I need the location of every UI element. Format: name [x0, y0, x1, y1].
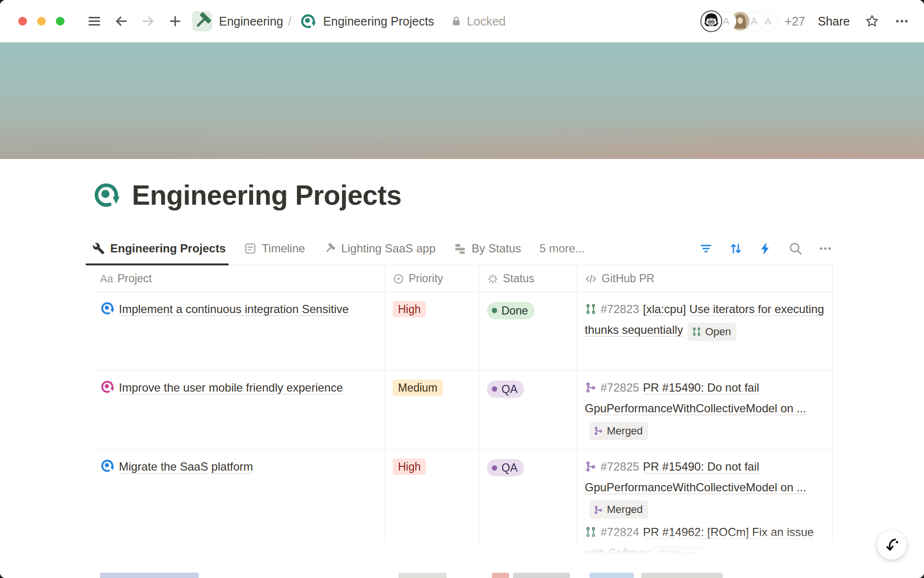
column-header-project[interactable]: Aa Project — [92, 265, 385, 292]
menu-icon[interactable] — [87, 14, 102, 28]
tab-5-more-[interactable]: 5 more... — [539, 232, 585, 265]
priority-badge[interactable]: High — [393, 301, 426, 317]
column-header-priority[interactable]: Priority — [385, 265, 479, 292]
pr-entry: #72825PR #15490: Do not fail GpuPerforma… — [585, 456, 825, 519]
cycle-icon — [100, 380, 115, 394]
project-link[interactable]: Migrate the SaaS platform — [119, 460, 253, 473]
share-button[interactable]: Share — [818, 14, 850, 28]
breadcrumb-page-cycle-icon — [300, 13, 316, 29]
project-link[interactable]: Improve the user mobile friendly experie… — [119, 381, 343, 394]
lock-icon — [450, 15, 462, 27]
status-dot-icon — [492, 465, 497, 471]
page-title[interactable]: Engineering Projects — [132, 179, 401, 211]
page-cycle-icon[interactable] — [92, 181, 120, 209]
timeline-icon — [244, 242, 257, 255]
lightning-icon[interactable] — [758, 241, 773, 256]
board-icon — [454, 242, 466, 255]
more-options-icon[interactable] — [894, 13, 910, 29]
table-row: Implement a continuous integration Sensi… — [92, 292, 833, 371]
next-row-fragment — [492, 573, 509, 578]
pr-number: #72825 — [601, 381, 639, 394]
tab-by-status[interactable]: By Status — [454, 232, 521, 265]
workspace-hammer-icon[interactable] — [192, 11, 212, 31]
status-cell[interactable]: QA — [479, 371, 577, 449]
next-row-fragment — [100, 573, 199, 578]
priority-cell[interactable]: High — [385, 292, 479, 370]
pr-number: #72823 — [601, 302, 639, 315]
pr-merged-icon — [593, 505, 603, 515]
tab-label: Lighting SaaS app — [341, 242, 436, 255]
next-row-fragment — [641, 573, 723, 578]
pr-state-badge[interactable]: Open — [688, 323, 736, 341]
sort-icon[interactable] — [729, 241, 743, 256]
pr-entry: #72825PR #15490: Do not fail GpuPerforma… — [585, 377, 825, 440]
status-dot-icon — [492, 386, 497, 392]
tab-label: 5 more... — [539, 242, 585, 255]
status-badge[interactable]: Done — [487, 302, 535, 319]
wrench-icon — [92, 242, 105, 255]
project-cell[interactable]: Implement a continuous integration Sensi… — [92, 292, 385, 370]
tab-lighting-saas-app[interactable]: Lighting SaaS app — [323, 232, 436, 265]
view-tabs: Engineering ProjectsTimelineLighting Saa… — [92, 232, 833, 265]
priority-cell[interactable]: Medium — [385, 371, 479, 449]
pr-number: #72825 — [601, 460, 639, 473]
pr-merged-icon — [585, 458, 597, 470]
breadcrumb-page[interactable]: Engineering Projects — [323, 14, 434, 28]
tab-timeline[interactable]: Timeline — [244, 232, 305, 265]
github-pr-cell[interactable]: #72825PR #15490: Do not fail GpuPerforma… — [577, 371, 833, 449]
cycle-icon — [100, 459, 115, 473]
select-property-icon — [393, 273, 404, 285]
pr-open-icon — [585, 301, 597, 313]
column-header-status[interactable]: Status — [479, 265, 577, 292]
portrait-avatar[interactable] — [700, 10, 722, 32]
bottom-fade-overlay — [0, 530, 924, 578]
collaborator-overflow-count[interactable]: +27 — [785, 14, 805, 28]
pr-open-icon — [692, 327, 702, 337]
status-badge[interactable]: QA — [487, 459, 524, 476]
breadcrumb-separator: / — [288, 14, 291, 28]
cycle-icon — [100, 301, 115, 315]
close-window-button[interactable] — [18, 17, 27, 26]
pr-state-badge[interactable]: Merged — [590, 422, 648, 440]
filter-icon[interactable] — [699, 241, 713, 256]
search-icon[interactable] — [788, 241, 803, 256]
tab-label: Engineering Projects — [110, 242, 226, 255]
status-property-icon — [487, 273, 499, 285]
priority-badge[interactable]: High — [393, 459, 426, 475]
next-row-fragment — [513, 573, 570, 578]
status-cell[interactable]: Done — [479, 292, 577, 370]
new-page-button[interactable] — [168, 14, 182, 28]
project-link[interactable]: Implement a continuous integration Sensi… — [119, 302, 349, 316]
pr-merged-icon — [585, 379, 597, 391]
code-property-icon — [585, 273, 597, 285]
back-button[interactable] — [114, 14, 128, 28]
zoom-window-button[interactable] — [56, 17, 64, 26]
pr-state-badge[interactable]: Merged — [590, 500, 648, 519]
github-pr-cell[interactable]: #72823[xla:cpu] Use iterators for execut… — [577, 292, 833, 370]
status-badge[interactable]: QA — [487, 381, 524, 398]
minimize-window-button[interactable] — [37, 17, 46, 26]
titlebar: Engineering / Engineering Projects Locke… — [0, 0, 924, 42]
page-cover-image[interactable] — [0, 42, 924, 159]
breadcrumb-workspace[interactable]: Engineering — [219, 14, 283, 28]
projects-table: Aa Project Priority Status GitHub PR Imp… — [92, 265, 833, 574]
avatar-stack: A AA — [700, 10, 778, 32]
view-more-icon[interactable] — [818, 241, 833, 256]
priority-badge[interactable]: Medium — [393, 380, 443, 396]
column-header-github-pr[interactable]: GitHub PR — [577, 265, 833, 292]
favorite-star-icon[interactable] — [864, 13, 880, 29]
tab-label: Timeline — [262, 242, 305, 255]
cursor-recorder-button[interactable] — [877, 530, 907, 560]
tab-engineering-projects[interactable]: Engineering Projects — [92, 232, 226, 265]
pr-entry: #72823[xla:cpu] Use iterators for execut… — [585, 299, 825, 341]
status-dot-icon — [492, 308, 497, 313]
project-cell[interactable]: Improve the user mobile friendly experie… — [92, 371, 385, 449]
next-row-fragment — [590, 573, 634, 578]
forward-button[interactable] — [141, 14, 155, 28]
table-header: Aa Project Priority Status GitHub PR — [92, 265, 833, 292]
app-window: Engineering / Engineering Projects Locke… — [0, 0, 924, 578]
hammer-icon — [323, 242, 336, 255]
text-property-icon: Aa — [100, 273, 113, 285]
locked-label[interactable]: Locked — [467, 14, 506, 28]
table-row: Improve the user mobile friendly experie… — [92, 371, 833, 450]
